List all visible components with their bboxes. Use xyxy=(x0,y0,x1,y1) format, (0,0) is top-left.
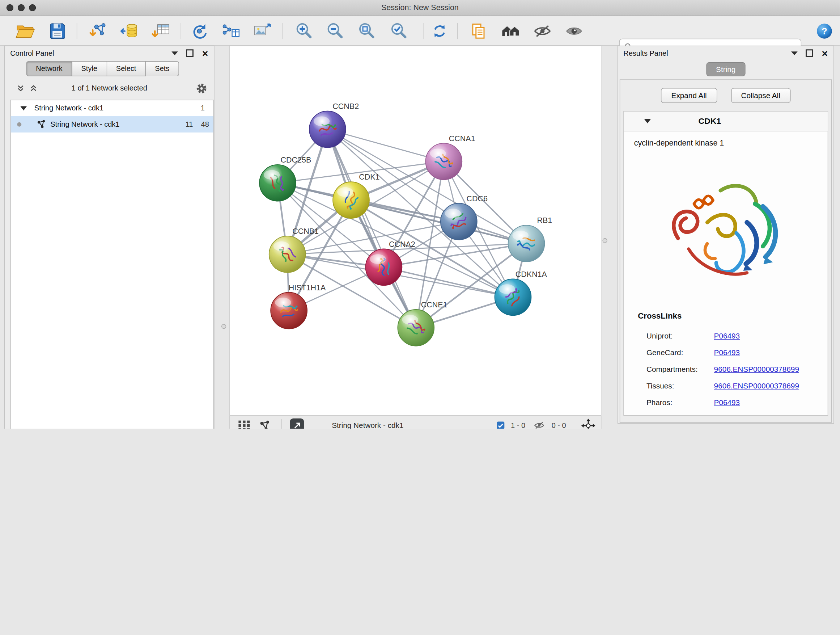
network-collection-count: 1 xyxy=(201,104,205,112)
protein-structure-image xyxy=(657,159,795,299)
import-network-icon xyxy=(88,22,107,40)
crosslink-row: Uniprot: P06493 xyxy=(646,327,823,344)
network-node-label: CDC25B xyxy=(281,156,311,165)
float-panel-icon[interactable] xyxy=(806,49,813,57)
documents-icon xyxy=(470,22,488,40)
image-export-icon xyxy=(253,22,272,40)
network-row[interactable]: String Network - cdk1 11 48 xyxy=(11,116,213,133)
selected-checkbox-icon[interactable] xyxy=(496,416,505,429)
zoom-fit-icon xyxy=(357,22,376,40)
save-icon xyxy=(48,22,66,40)
network-from-table-button[interactable] xyxy=(219,21,242,41)
network-node-HIST1H1A[interactable]: HIST1H1A xyxy=(271,283,326,329)
tab-string[interactable]: String xyxy=(706,62,745,76)
export-image-button[interactable] xyxy=(250,21,274,41)
zoom-in-icon xyxy=(295,22,313,40)
grid-view-icon[interactable] xyxy=(237,416,251,429)
selected-counts: 1 - 0 xyxy=(511,416,525,429)
network-node-CCNA1[interactable]: CCNA1 xyxy=(425,134,475,180)
close-panel-icon[interactable]: ✕ xyxy=(821,49,829,57)
network-node-label: HIST1H1A xyxy=(289,283,326,292)
svg-text:?: ? xyxy=(821,26,827,36)
control-panel-header: Control Panel ✕ xyxy=(5,46,214,60)
network-node-label: CCNB1 xyxy=(292,227,319,236)
crosslink-link[interactable]: P06493 xyxy=(714,348,740,356)
network-view[interactable]: CCNB2CCNA1CDC25BCDK1CDC6RB1CCNB1CCNA2CDK… xyxy=(229,46,601,416)
crosslink-link[interactable]: 9606.ENSP00000378699 xyxy=(714,364,799,373)
hidden-eye-slash-icon[interactable] xyxy=(533,416,545,429)
string-results-box: Expand All Collapse All CDK1 cyclin-depe… xyxy=(620,79,832,423)
protein-card-header[interactable]: CDK1 xyxy=(624,111,828,131)
hide-selected-button[interactable] xyxy=(531,21,554,41)
new-network-button[interactable] xyxy=(188,21,211,41)
crosslink-link[interactable]: P06493 xyxy=(714,398,740,407)
refresh-button[interactable] xyxy=(428,21,451,41)
tab-select[interactable]: Select xyxy=(107,61,146,76)
crosslink-link[interactable]: P06493 xyxy=(714,331,740,340)
import-database-button[interactable] xyxy=(117,21,141,41)
zoom-selected-button[interactable] xyxy=(387,21,411,41)
toolbar-separator xyxy=(423,23,423,39)
results-panel-header: Results Panel ✕ xyxy=(618,46,834,60)
close-window-button[interactable] xyxy=(6,4,13,11)
network-node-RB1[interactable]: RB1 xyxy=(508,216,553,262)
copy-documents-button[interactable] xyxy=(467,21,491,41)
network-edge[interactable] xyxy=(384,267,513,297)
network-node-label: CCNE1 xyxy=(421,301,447,309)
network-node-CCNB2[interactable]: CCNB2 xyxy=(309,102,359,148)
tab-sets[interactable]: Sets xyxy=(146,61,179,76)
network-options-gear-icon[interactable] xyxy=(196,82,208,97)
home-button[interactable] xyxy=(499,21,523,41)
import-table-button[interactable] xyxy=(149,21,172,41)
network-node-CDK1[interactable]: CDK1 xyxy=(333,173,379,218)
crosslink-label: Uniprot: xyxy=(646,331,714,340)
network-tree: String Network - cdk1 1 String Network -… xyxy=(10,100,214,429)
window-title: Session: New Session xyxy=(0,0,840,16)
crosslink-row: GeneCard: P06493 xyxy=(646,344,823,361)
save-session-button[interactable] xyxy=(46,21,69,41)
network-node-CDC25B[interactable]: CDC25B xyxy=(259,156,311,201)
strip-separator xyxy=(281,419,282,429)
network-label: String Network - cdk1 xyxy=(50,120,119,128)
splitter-handle[interactable] xyxy=(602,238,607,243)
zoom-in-button[interactable] xyxy=(292,21,316,41)
open-in-new-button[interactable] xyxy=(290,416,304,429)
float-panel-icon[interactable] xyxy=(186,49,194,57)
panel-menu-icon[interactable] xyxy=(791,51,798,55)
network-view-toolbar: String Network - cdk1 1 - 0 0 - 0 xyxy=(229,416,601,429)
network-share-icon[interactable] xyxy=(259,416,271,429)
close-panel-icon[interactable]: ✕ xyxy=(202,49,209,57)
titlebar: Session: New Session xyxy=(0,0,840,16)
help-button[interactable]: ? xyxy=(815,21,834,41)
import-table-icon xyxy=(151,22,171,40)
expand-collapse-icon[interactable] xyxy=(20,106,27,111)
protein-card: CDK1 cyclin-dependent kinase 1 xyxy=(623,111,828,416)
minimize-window-button[interactable] xyxy=(18,4,25,11)
network-collection-label: String Network - cdk1 xyxy=(34,104,103,112)
network-node-label: CDC6 xyxy=(466,195,487,203)
network-selection-status: 1 of 1 Network selected xyxy=(5,81,214,96)
tab-network[interactable]: Network xyxy=(27,61,73,76)
pan-crosshair-icon[interactable] xyxy=(581,416,595,429)
zoom-fit-button[interactable] xyxy=(355,21,378,41)
splitter-handle[interactable] xyxy=(221,324,226,329)
zoom-window-button[interactable] xyxy=(29,4,36,11)
expand-all-button[interactable]: Expand All xyxy=(661,88,717,103)
collapse-all-button[interactable]: Collapse All xyxy=(731,88,790,103)
home-icon xyxy=(501,22,521,40)
panel-menu-icon[interactable] xyxy=(172,51,178,55)
tab-style[interactable]: Style xyxy=(72,61,107,76)
protein-description: cyclin-dependent kinase 1 xyxy=(634,138,724,147)
application-window: Session: New Session xyxy=(0,0,840,429)
eye-slash-icon xyxy=(533,22,552,40)
import-network-button[interactable] xyxy=(87,21,110,41)
network-node-label: CCNA2 xyxy=(389,240,415,249)
zoom-out-button[interactable] xyxy=(323,21,347,41)
crosslink-link[interactable]: 9606.ENSP00000378699 xyxy=(714,381,799,390)
network-collection-row[interactable]: String Network - cdk1 1 xyxy=(11,100,213,116)
open-file-button[interactable] xyxy=(13,21,37,41)
show-button[interactable] xyxy=(562,21,586,41)
results-panel-title: Results Panel xyxy=(623,49,668,57)
crosslink-label: Pharos: xyxy=(646,398,714,407)
open-folder-icon xyxy=(16,22,35,40)
